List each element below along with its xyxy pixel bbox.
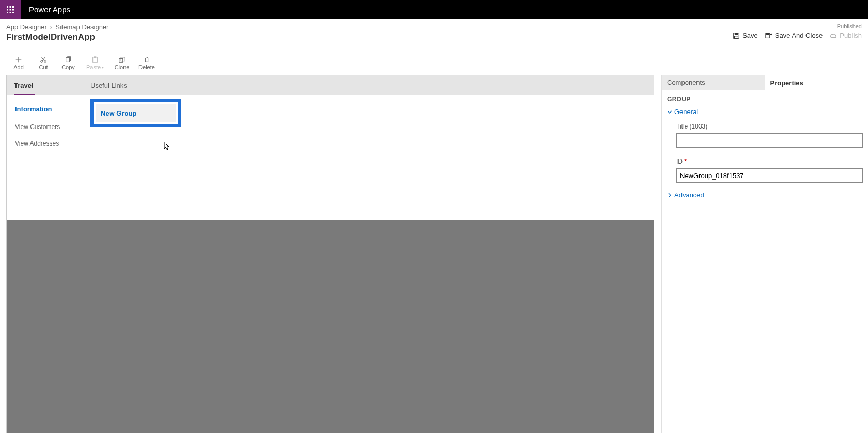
- subarea-view-addresses[interactable]: View Addresses: [14, 138, 90, 149]
- right-panel: Components Properties GROUP General Titl…: [661, 75, 868, 433]
- page-title: FirstModelDrivenApp: [6, 32, 109, 42]
- svg-rect-8: [12, 12, 14, 13]
- save-and-close-button[interactable]: Save And Close: [765, 31, 823, 39]
- area-label: Useful Links: [90, 82, 127, 89]
- svg-rect-13: [766, 33, 768, 35]
- title-field-label: Title (1033): [676, 123, 863, 130]
- delete-icon: [143, 56, 150, 63]
- breadcrumb: App Designer › Sitemap Designer: [6, 23, 109, 31]
- properties-section-title: GROUP: [667, 95, 863, 103]
- selected-group-tile[interactable]: New Group: [90, 99, 181, 127]
- header-bar: App Designer › Sitemap Designer FirstMod…: [0, 19, 868, 51]
- group-column-travel: Information View Customers View Addresse…: [14, 102, 90, 149]
- area-useful-links[interactable]: Useful Links: [83, 75, 160, 95]
- toolbar: Add Cut Copy Paste▾ Clone Delete: [0, 51, 868, 75]
- mouse-cursor-icon: [164, 141, 170, 151]
- svg-rect-6: [7, 12, 8, 13]
- id-field-label: ID *: [676, 158, 863, 165]
- canvas-empty-area[interactable]: [7, 220, 654, 433]
- svg-rect-2: [12, 6, 14, 8]
- header-actions: Save Save And Close Publish: [733, 31, 862, 39]
- caret-down-icon: ▾: [102, 65, 104, 70]
- copy-button[interactable]: Copy: [56, 53, 81, 73]
- breadcrumb-separator-icon: ›: [50, 23, 52, 31]
- paste-button: Paste▾: [81, 53, 110, 73]
- svg-point-15: [44, 61, 47, 63]
- main-area: Travel Useful Links Information View Cus…: [0, 75, 868, 433]
- svg-point-14: [41, 61, 43, 63]
- sitemap-canvas[interactable]: Travel Useful Links Information View Cus…: [6, 75, 654, 433]
- paste-label: Paste: [86, 64, 101, 70]
- copy-icon: [65, 56, 72, 63]
- chevron-right-icon: [667, 193, 672, 198]
- save-close-label: Save And Close: [775, 31, 823, 39]
- save-close-icon: [765, 32, 772, 39]
- area-label: Travel: [14, 82, 34, 89]
- save-button[interactable]: Save: [733, 31, 758, 39]
- svg-rect-17: [93, 57, 98, 63]
- cut-label: Cut: [39, 64, 48, 70]
- tab-components[interactable]: Components: [662, 75, 765, 90]
- svg-rect-10: [735, 33, 738, 35]
- product-name[interactable]: Power Apps: [21, 0, 79, 19]
- publish-status: Published: [837, 23, 862, 29]
- waffle-icon: [6, 6, 14, 14]
- save-icon: [733, 32, 740, 39]
- cut-icon: [40, 56, 47, 63]
- required-asterisk: *: [684, 158, 687, 165]
- general-label: General: [674, 108, 698, 116]
- selected-group-label: New Group: [96, 104, 176, 122]
- advanced-label: Advanced: [674, 191, 704, 199]
- top-bar: Power Apps: [0, 0, 868, 19]
- group-information[interactable]: Information: [14, 102, 90, 116]
- copy-label: Copy: [61, 64, 75, 70]
- group-column-useful-links: New Group: [90, 102, 167, 127]
- advanced-section-toggle[interactable]: Advanced: [667, 191, 863, 199]
- clone-icon: [118, 56, 126, 63]
- publish-button: Publish: [830, 31, 862, 39]
- cut-button[interactable]: Cut: [31, 53, 56, 73]
- delete-label: Delete: [138, 64, 155, 70]
- svg-rect-4: [10, 9, 11, 10]
- publish-icon: [830, 32, 837, 39]
- general-section-toggle[interactable]: General: [667, 108, 863, 116]
- subarea-view-customers[interactable]: View Customers: [14, 121, 90, 133]
- properties-content: GROUP General Title (1033) ID * Advanced: [662, 90, 868, 211]
- paste-icon: [91, 56, 99, 63]
- breadcrumb-sitemap-designer[interactable]: Sitemap Designer: [55, 23, 109, 31]
- svg-rect-11: [735, 36, 738, 38]
- add-label: Add: [13, 64, 24, 70]
- breadcrumb-app-designer[interactable]: App Designer: [6, 23, 47, 31]
- svg-rect-5: [12, 9, 14, 10]
- id-input[interactable]: [676, 168, 863, 183]
- add-icon: [15, 56, 22, 63]
- clone-button[interactable]: Clone: [110, 53, 134, 73]
- clone-label: Clone: [115, 64, 130, 70]
- add-button[interactable]: Add: [6, 53, 31, 73]
- svg-rect-3: [7, 9, 8, 10]
- right-panel-tabs: Components Properties: [662, 75, 868, 90]
- svg-rect-0: [7, 6, 8, 8]
- svg-rect-1: [10, 6, 11, 8]
- publish-label: Publish: [840, 31, 862, 39]
- delete-button[interactable]: Delete: [134, 53, 159, 73]
- canvas-body[interactable]: Information View Customers View Addresse…: [7, 95, 654, 220]
- save-label: Save: [742, 31, 758, 39]
- title-input[interactable]: [676, 133, 863, 148]
- svg-rect-7: [10, 12, 11, 13]
- area-travel[interactable]: Travel: [7, 75, 83, 95]
- chevron-down-icon: [667, 109, 672, 115]
- svg-rect-16: [66, 58, 70, 62]
- tab-properties[interactable]: Properties: [765, 75, 869, 90]
- area-row: Travel Useful Links: [7, 75, 654, 95]
- app-launcher-button[interactable]: [0, 0, 21, 19]
- svg-rect-18: [94, 57, 96, 58]
